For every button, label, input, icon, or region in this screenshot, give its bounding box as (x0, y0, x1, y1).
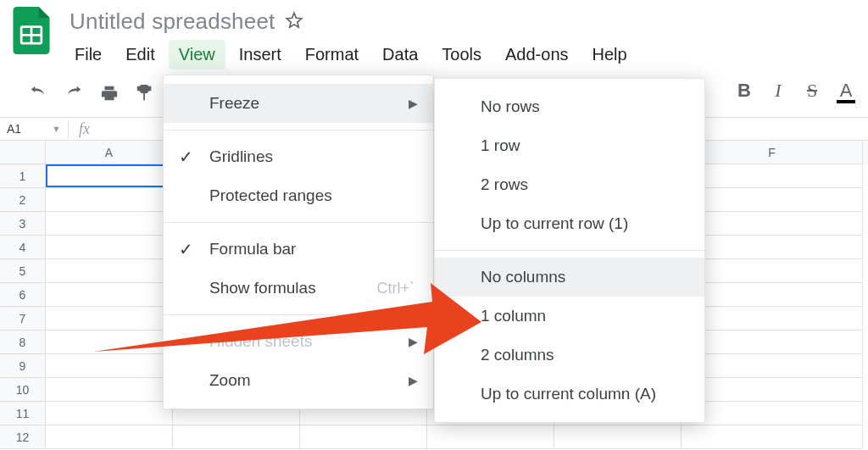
row-header[interactable]: 6 (0, 283, 46, 307)
freeze-submenu-item-up-to-current-row-1-[interactable]: Up to current row (1) (435, 204, 704, 243)
freeze-submenu-item-1-row[interactable]: 1 row (435, 126, 704, 165)
submenu-arrow-icon: ▶ (409, 374, 418, 387)
text-color-button[interactable]: A (834, 80, 858, 102)
menu-tools[interactable]: Tools (431, 40, 492, 69)
cell[interactable] (682, 212, 863, 236)
view-menu-item-freeze[interactable]: Freeze▶ (164, 84, 433, 123)
freeze-submenu-item-2-columns[interactable]: 2 columns (435, 336, 704, 375)
cell[interactable] (46, 402, 173, 425)
undo-icon[interactable] (20, 81, 56, 106)
cell[interactable] (300, 425, 427, 449)
menu-format[interactable]: Format (295, 40, 369, 69)
fx-label: fx (68, 120, 100, 138)
cell[interactable] (682, 331, 863, 354)
submenu-arrow-icon: ▶ (409, 335, 418, 348)
cell[interactable] (427, 425, 554, 449)
menu-item-label: Freeze (209, 94, 259, 113)
redo-icon[interactable] (56, 81, 92, 106)
menu-item-label: 2 columns (481, 346, 554, 364)
italic-button[interactable]: I (766, 80, 790, 102)
row-header[interactable]: 12 (0, 425, 46, 449)
view-menu-item-zoom[interactable]: Zoom▶ (164, 361, 433, 400)
menu-insert[interactable]: Insert (229, 40, 292, 69)
sheets-app-icon[interactable] (10, 7, 53, 54)
column-header[interactable]: F (682, 141, 863, 164)
document-title[interactable]: Untitled spreadsheet (70, 8, 275, 35)
cell[interactable] (46, 212, 173, 236)
cell[interactable] (46, 307, 173, 331)
select-all-corner[interactable] (0, 141, 46, 164)
menu-shortcut: Ctrl+` (377, 280, 415, 297)
menu-item-label: Up to current row (1) (481, 214, 628, 233)
cell[interactable] (46, 236, 173, 259)
submenu-arrow-icon: ▶ (409, 97, 418, 110)
row-header[interactable]: 1 (0, 164, 46, 188)
freeze-submenu-item-1-column[interactable]: 1 column (435, 297, 704, 336)
bold-button[interactable]: B (732, 80, 756, 102)
cell[interactable] (682, 378, 863, 402)
freeze-submenu-item-no-columns[interactable]: No columns (435, 258, 704, 297)
strikethrough-button[interactable]: S (800, 80, 824, 102)
view-menu-item-gridlines[interactable]: ✓Gridlines (164, 137, 433, 176)
view-menu: Freeze▶✓GridlinesProtected ranges✓Formul… (163, 75, 434, 409)
column-header[interactable]: A (46, 141, 173, 164)
row-header[interactable]: 7 (0, 307, 46, 331)
chevron-down-icon: ▼ (52, 124, 68, 134)
freeze-submenu-item-2-rows[interactable]: 2 rows (435, 165, 704, 204)
freeze-submenu-item-no-rows[interactable]: No rows (435, 87, 704, 126)
cell[interactable] (682, 402, 863, 425)
cell[interactable] (682, 354, 863, 378)
menu-edit[interactable]: Edit (115, 40, 164, 69)
view-menu-item-protected-ranges[interactable]: Protected ranges (164, 176, 433, 215)
menu-help[interactable]: Help (582, 40, 637, 69)
name-box[interactable]: A1 ▼ (0, 122, 68, 136)
row-header[interactable]: 3 (0, 212, 46, 236)
cell[interactable] (554, 425, 682, 449)
cell[interactable] (46, 188, 173, 212)
menu-item-label: Zoom (209, 371, 251, 390)
row-header[interactable]: 4 (0, 236, 46, 259)
freeze-submenu-separator (435, 250, 704, 251)
menu-item-label: Show formulas (209, 279, 316, 297)
cell[interactable] (46, 378, 173, 402)
menu-data[interactable]: Data (372, 40, 428, 69)
active-cell[interactable] (46, 164, 172, 187)
menu-file[interactable]: File (64, 40, 112, 69)
view-menu-separator (164, 130, 433, 131)
paint-format-icon[interactable] (127, 81, 163, 106)
menu-item-label: 1 column (481, 307, 546, 325)
star-icon[interactable] (285, 11, 303, 33)
cell[interactable] (46, 283, 173, 307)
cell[interactable] (682, 307, 863, 331)
cell[interactable] (682, 164, 863, 188)
row-header[interactable]: 8 (0, 331, 46, 354)
view-menu-item-formula-bar[interactable]: ✓Formula bar (164, 230, 433, 269)
row-header[interactable]: 2 (0, 188, 46, 212)
view-menu-separator (164, 222, 433, 223)
check-icon: ✓ (179, 147, 193, 167)
row-header[interactable]: 10 (0, 378, 46, 402)
cell[interactable] (46, 259, 173, 283)
view-menu-item-show-formulas[interactable]: Show formulasCtrl+` (164, 269, 433, 308)
freeze-submenu-item-up-to-current-column-a-[interactable]: Up to current column (A) (435, 375, 704, 414)
cell[interactable] (173, 425, 300, 449)
print-icon[interactable] (92, 81, 127, 106)
view-menu-separator (164, 314, 433, 315)
row-header[interactable]: 9 (0, 354, 46, 378)
menu-view[interactable]: View (169, 40, 225, 69)
cell[interactable] (682, 259, 863, 283)
cell[interactable] (46, 331, 173, 354)
cell[interactable] (682, 283, 863, 307)
cell[interactable] (682, 425, 863, 449)
menu-item-label: 1 row (481, 136, 520, 155)
cell[interactable] (46, 354, 173, 378)
row-header[interactable]: 5 (0, 259, 46, 283)
cell[interactable] (682, 236, 863, 259)
cell[interactable] (46, 425, 173, 449)
menu-item-label: Protected ranges (209, 186, 332, 205)
menu-item-label: Gridlines (209, 147, 273, 166)
menu-add-ons[interactable]: Add-ons (495, 40, 579, 69)
menu-item-label: Up to current column (A) (481, 385, 656, 403)
cell[interactable] (682, 188, 863, 212)
row-header[interactable]: 11 (0, 402, 46, 425)
